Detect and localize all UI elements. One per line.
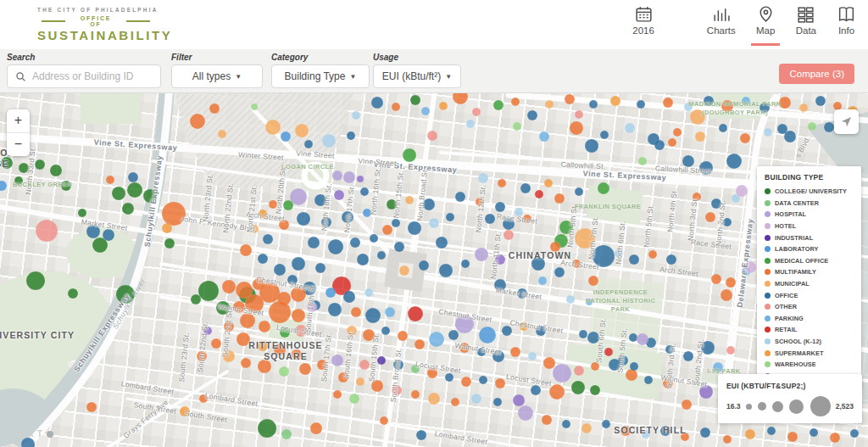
map-bubble[interactable] <box>553 364 571 383</box>
map-bubble[interactable] <box>824 122 834 132</box>
map-bubble[interactable] <box>446 213 454 221</box>
map-bubble[interactable] <box>445 373 453 382</box>
map-bubble[interactable] <box>250 225 259 233</box>
map-bubble[interactable] <box>471 394 481 404</box>
map-bubble[interactable] <box>503 218 515 230</box>
map-bubble[interactable] <box>291 287 306 302</box>
map-bubble[interactable] <box>310 422 322 434</box>
map-bubble[interactable] <box>527 110 537 120</box>
map-bubble[interactable] <box>143 189 157 203</box>
map-bubble[interactable] <box>609 359 620 371</box>
map-bubble[interactable] <box>381 327 390 335</box>
map-bubble[interactable] <box>371 380 383 392</box>
map-bubble[interactable] <box>35 159 45 170</box>
map-bubble[interactable] <box>535 190 543 198</box>
map-bubble[interactable] <box>392 219 400 227</box>
map-bubble[interactable] <box>351 307 361 317</box>
map-bubble[interactable] <box>36 220 58 242</box>
map-bubble[interactable] <box>479 376 487 384</box>
map-bubble[interactable] <box>371 97 383 109</box>
map-bubble[interactable] <box>736 185 748 197</box>
map-bubble[interactable] <box>428 393 440 405</box>
map-bubble[interactable] <box>429 332 444 347</box>
locate-button[interactable] <box>834 109 859 134</box>
map-bubble[interactable] <box>626 369 637 381</box>
map-bubble[interactable] <box>292 257 305 271</box>
map-bubble[interactable] <box>498 179 506 187</box>
map-bubble[interactable] <box>585 139 598 153</box>
map-bubble[interactable] <box>476 198 484 206</box>
map-bubble[interactable] <box>224 321 234 332</box>
map-bubble[interactable] <box>713 362 723 372</box>
map-bubble[interactable] <box>591 362 599 371</box>
map-bubble[interactable] <box>387 199 397 210</box>
map-bubble[interactable] <box>544 179 553 187</box>
map-bubble[interactable] <box>723 435 732 444</box>
map-bubble[interactable] <box>394 242 404 252</box>
map-bubble[interactable] <box>575 187 583 196</box>
map-bubble[interactable] <box>419 260 429 271</box>
map-bubble[interactable] <box>274 344 286 355</box>
map-bubble[interactable] <box>598 182 609 194</box>
map-bubble[interactable] <box>332 170 342 181</box>
map-bubble[interactable] <box>571 381 585 394</box>
map-bubble[interactable] <box>233 301 245 313</box>
map-bubble[interactable] <box>638 157 647 165</box>
map-bubble[interactable] <box>528 352 537 360</box>
map-bubble[interactable] <box>637 333 648 345</box>
map-bubble[interactable] <box>549 384 565 400</box>
map-bubble[interactable] <box>326 288 336 298</box>
map-bubble[interactable] <box>403 148 416 162</box>
nav-item-data[interactable]: Data <box>796 4 816 46</box>
map-bubble[interactable] <box>493 100 504 110</box>
map-bubble[interactable] <box>615 249 623 258</box>
map-bubble[interactable] <box>360 187 369 196</box>
map-bubble[interactable] <box>620 426 631 436</box>
map-bubble[interactable] <box>705 212 715 222</box>
map-bubble[interactable] <box>357 176 364 182</box>
filter-dropdown[interactable]: All types ▼ <box>171 64 263 88</box>
map-bubble[interactable] <box>682 155 694 167</box>
map-bubble[interactable] <box>660 426 670 436</box>
map-bubble[interactable] <box>600 131 609 139</box>
map-bubble[interactable] <box>122 203 134 215</box>
map-bubble[interactable] <box>466 120 475 128</box>
map-bubble[interactable] <box>410 95 420 105</box>
map-bubble[interactable] <box>307 302 317 312</box>
map-bubble[interactable] <box>223 350 235 362</box>
map-bubble[interactable] <box>347 131 355 140</box>
map-bubble[interactable] <box>654 140 665 150</box>
map-bubble[interactable] <box>338 372 348 383</box>
map-bubble[interactable] <box>392 385 402 395</box>
map-bubble[interactable] <box>700 427 710 438</box>
map-bubble[interactable] <box>723 218 732 226</box>
map-bubble[interactable] <box>357 254 369 265</box>
map-bubble[interactable] <box>68 288 78 299</box>
map-bubble[interactable] <box>280 327 290 338</box>
search-input[interactable] <box>32 70 151 82</box>
map-bubble[interactable] <box>321 217 331 227</box>
map-bubble[interactable] <box>742 97 750 105</box>
map-bubble[interactable] <box>740 133 750 143</box>
map-bubble[interactable] <box>365 308 381 323</box>
map-bubble[interactable] <box>380 416 388 425</box>
map-bubble[interactable] <box>197 351 207 361</box>
map-bubble[interactable] <box>421 107 430 115</box>
map-bubble[interactable] <box>475 248 488 261</box>
map-bubble[interactable] <box>699 161 713 175</box>
map-bubble[interactable] <box>764 128 772 137</box>
map-bubble[interactable] <box>602 420 610 428</box>
map-bubble[interactable] <box>665 345 674 354</box>
map-bubble[interactable] <box>333 390 342 399</box>
map-bubble[interactable] <box>364 288 373 297</box>
map-bubble[interactable] <box>726 154 742 169</box>
map-bubble[interactable] <box>511 98 520 106</box>
map-bubble[interactable] <box>695 131 705 142</box>
map-bubble[interactable] <box>14 176 23 185</box>
map-bubble[interactable] <box>19 163 29 173</box>
map-bubble[interactable] <box>439 264 453 277</box>
map-bubble[interactable] <box>359 360 370 370</box>
map-bubble[interactable] <box>690 109 705 125</box>
map-bubble[interactable] <box>808 122 816 131</box>
map-bubble[interactable] <box>190 114 205 129</box>
